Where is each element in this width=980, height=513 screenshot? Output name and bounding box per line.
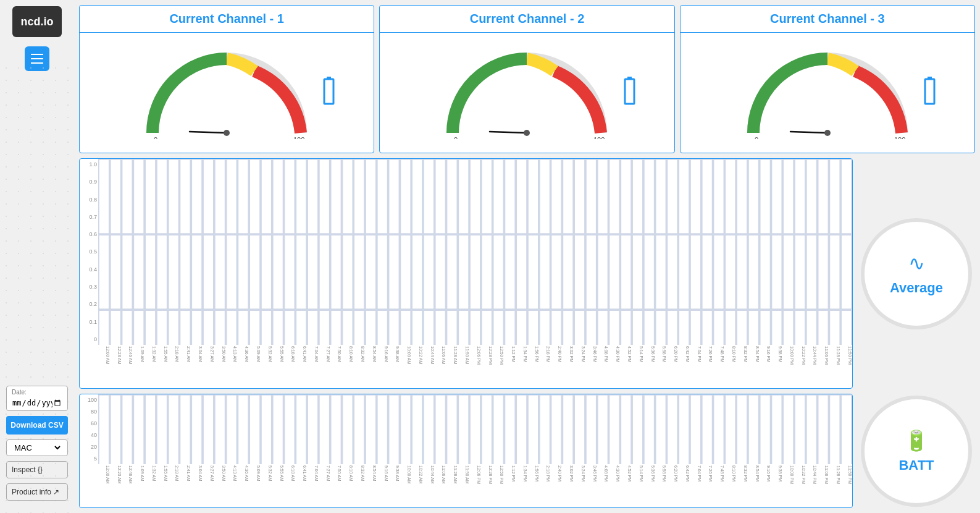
sidebar-bottom: Date: Download CSV MAC Inspect {} Produc… [6,386,68,501]
gauge-3-indicator [922,76,937,109]
gauge-2-body: 0 100 [380,33,674,153]
svg-text:100: 100 [894,136,905,139]
average-circle-wrapper: ∿ Average [858,158,975,389]
svg-line-14 [790,132,827,133]
bottom-section: 100806040205 12:00 AM12:23 AM12:46 AM1:0… [79,394,975,508]
mac-select-container: MAC [6,439,68,456]
svg-line-8 [490,132,527,133]
logo-text: ncd.io [21,15,54,28]
gauge-2-svg: 0 100 [440,46,613,139]
menu-line-1 [31,54,43,55]
gauge-2-indicator [622,76,637,109]
gauge-1-svg: 0 100 [140,46,313,139]
svg-rect-7 [327,77,331,80]
batt-label: BATT [898,457,934,473]
svg-point-1 [224,130,230,136]
svg-rect-13 [627,77,632,80]
batt-circle-wrapper: 🔋 BATT [858,394,975,508]
main-content: Current Channel - 1 0 [74,0,980,513]
average-label: Average [890,280,943,296]
svg-text:0: 0 [154,136,157,139]
top-chart-y-axis: 1.00.90.80.70.60.50.40.30.20.10 [80,159,98,345]
batt-icon: 🔋 [904,429,929,452]
mac-select[interactable]: MAC [12,443,62,453]
top-chart-card: 1.00.90.80.70.60.50.40.30.20.10 12:00 AM… [79,158,853,389]
top-chart-x-axis: 12:00 AM12:23 AM12:46 AM1:09 AM1:32 AM1:… [80,345,852,388]
svg-point-15 [824,130,831,136]
svg-text:100: 100 [593,136,605,139]
gauge-card-3: Current Channel - 3 0 100 [680,5,975,153]
svg-line-0 [190,132,227,133]
average-circle: ∿ Average [861,218,972,329]
top-chart-plot [98,159,852,345]
svg-text:0: 0 [454,136,458,139]
svg-text:0: 0 [755,136,758,139]
date-container: Date: [6,386,68,411]
gauge-2-title: Current Channel - 2 [380,6,674,33]
date-label: Date: [12,389,62,396]
sidebar: ncd.io Date: Download CSV MAC Inspect {}… [0,0,74,513]
inspect-button[interactable]: Inspect {} [6,461,68,478]
gauges-row: Current Channel - 1 0 [79,5,975,153]
bottom-chart-y-axis: 100806040205 [80,394,98,464]
svg-text:100: 100 [293,136,304,139]
download-csv-button[interactable]: Download CSV [6,416,68,435]
menu-line-2 [31,58,43,59]
gauge-card-2: Current Channel - 2 0 100 [379,5,674,153]
gauge-card-1: Current Channel - 1 0 [79,5,374,153]
bottom-chart-card: 100806040205 12:00 AM12:23 AM12:46 AM1:0… [79,394,853,508]
middle-section: 1.00.90.80.70.60.50.40.30.20.10 12:00 AM… [79,158,975,389]
gauge-3-title: Current Channel - 3 [681,6,974,33]
logo: ncd.io [12,6,62,37]
gauge-3-svg: 0 100 [741,46,914,139]
batt-circle: 🔋 BATT [861,396,972,507]
svg-point-9 [524,130,530,136]
top-chart-grid-svg [98,159,852,345]
gauge-1-body: 0 100 [80,33,374,153]
gauge-3-body: 0 100 [681,33,974,153]
svg-rect-6 [324,79,333,104]
svg-rect-12 [625,79,634,104]
svg-rect-19 [928,77,932,80]
product-info-button[interactable]: Product info ↗ [6,483,68,501]
date-input[interactable] [12,398,62,408]
bottom-chart-plot [98,394,852,464]
bottom-chart-x-axis: 12:00 AM12:23 AM12:46 AM1:09 AM1:32 AM1:… [80,464,852,507]
gauge-1-title: Current Channel - 1 [80,6,374,33]
gauge-1-indicator [321,76,337,109]
svg-rect-18 [925,79,934,104]
average-wave-icon: ∿ [908,252,925,275]
bottom-chart-grid-svg [98,394,852,464]
